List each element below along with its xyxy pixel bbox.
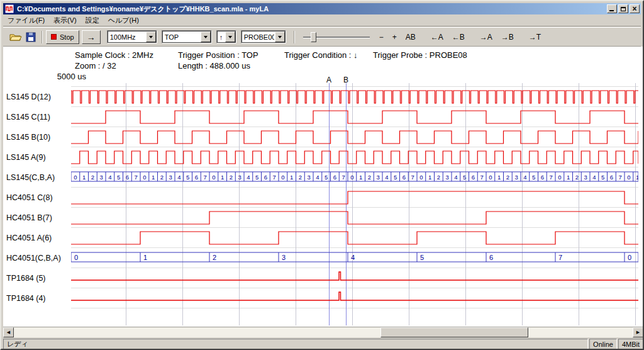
goto-trigger-button[interactable]: →T [526,31,544,43]
svg-text:1: 1 [143,254,147,261]
svg-text:4: 4 [523,174,526,181]
arrow-right-icon: ▶ [636,330,640,335]
channel-label[interactable]: LS145 A(9) [6,147,69,167]
trigger-probe-info: Trigger Probe : PROBE08 [373,50,467,60]
svg-text:2: 2 [160,174,164,181]
status-bar: レディ Online 4MBit [3,338,643,349]
svg-text:7: 7 [272,174,275,181]
svg-text:5: 5 [420,254,424,261]
svg-text:4: 4 [108,174,111,181]
menu-help[interactable]: ヘルプ(H) [104,14,143,26]
svg-text:6: 6 [489,254,493,261]
svg-text:0: 0 [143,174,146,181]
channel-label[interactable]: LS145(C,B,A) [6,167,69,188]
scroll-left-button[interactable]: ◀ [3,327,14,337]
svg-text:0: 0 [628,254,631,261]
run-button[interactable]: → [82,30,101,44]
scrollbar-thumb[interactable] [380,327,528,337]
trigger-edge-value: ↑ [217,33,225,41]
svg-text:3: 3 [282,254,286,261]
minimize-icon [609,10,614,11]
goto-marker-b-button[interactable]: ←B [449,31,468,43]
svg-text:0: 0 [281,174,284,181]
trigger-probe-combo[interactable]: PROBE00 [241,30,286,43]
svg-text:1: 1 [221,174,224,181]
svg-text:4: 4 [316,174,319,181]
trigger-position-combo[interactable]: TOP [162,30,212,43]
trigger-probe-value: PROBE00 [242,33,274,41]
zoom-slider[interactable] [303,31,370,43]
open-folder-icon [9,32,22,42]
menu-settings[interactable]: 設定 [81,14,104,26]
set-marker-b-button[interactable]: →B [498,31,517,43]
svg-text:1: 1 [636,174,638,181]
maximize-button[interactable] [618,4,628,13]
horizontal-scrollbar[interactable]: ◀ ▶ [3,327,643,337]
open-button[interactable] [8,30,23,44]
svg-text:0: 0 [489,174,492,181]
zoom-in-button[interactable]: + [389,31,400,43]
svg-text:7: 7 [341,174,345,181]
zoom-out-button[interactable]: − [376,31,387,43]
svg-text:7: 7 [203,174,206,181]
svg-text:7: 7 [480,174,483,181]
minimize-button[interactable] [607,4,617,13]
svg-text:1: 1 [497,174,501,181]
svg-text:6: 6 [472,174,475,181]
waveform-plot[interactable]: 0123456701234567012345670123456701234567… [71,83,638,325]
menu-view[interactable]: 表示(V) [49,14,81,26]
svg-text:2: 2 [91,174,94,181]
svg-text:0: 0 [74,174,77,181]
goto-marker-a-button[interactable]: ←A [428,31,447,43]
length-info: Length : 488.000 us [178,61,250,71]
arrow-left-icon: ◀ [7,330,10,335]
stop-icon [51,34,57,40]
channel-label[interactable]: HC4051 B(7) [6,208,69,228]
svg-text:0: 0 [627,174,630,181]
channel-label[interactable]: HC4051 A(6) [6,228,69,248]
channel-label[interactable]: LS145 C(11) [6,107,69,127]
trigger-edge-combo[interactable]: ↑ [216,30,236,43]
svg-text:2: 2 [299,174,302,181]
svg-text:2: 2 [368,174,371,181]
memory-status: 4MBit [618,339,643,349]
svg-text:5: 5 [117,174,120,181]
svg-text:6: 6 [402,174,406,181]
stop-button[interactable]: Stop [46,30,79,44]
svg-text:4: 4 [592,174,596,181]
menu-file[interactable]: ファイル(F) [3,14,49,26]
save-button[interactable] [23,30,38,44]
svg-text:1: 1 [290,174,293,181]
svg-text:3: 3 [307,174,310,181]
channel-label[interactable]: LS145 B(10) [6,127,69,147]
channel-label[interactable]: TP1684 (4) [6,288,69,308]
toolbar-separator [42,31,43,43]
title-bar[interactable]: C:¥Documents and Settings¥noname¥デスクトップ¥… [3,3,641,14]
chevron-down-icon[interactable] [275,31,285,42]
waveform-view: Sample Clock : 2MHz Trigger Position : T… [3,47,643,327]
save-floppy-icon [26,32,36,42]
scroll-right-button[interactable]: ▶ [633,327,643,337]
svg-text:5: 5 [394,174,397,181]
channel-label[interactable]: HC4051 C(8) [6,188,69,208]
svg-text:1: 1 [359,174,362,181]
close-button[interactable]: × [630,4,640,13]
svg-text:5: 5 [255,174,258,181]
chevron-down-icon[interactable] [225,31,235,42]
sample-clock-combo[interactable]: 100MHz [107,30,157,43]
zoom-slider-thumb[interactable] [311,32,316,42]
channel-label[interactable]: TP1684 (5) [6,268,69,288]
svg-text:0: 0 [558,174,561,181]
close-icon: × [632,6,636,12]
channel-label[interactable]: HC4051(C,B,A) [6,248,69,268]
chevron-down-icon[interactable] [201,31,211,42]
app-icon[interactable] [4,4,14,14]
set-marker-a-button[interactable]: →A [477,31,496,43]
svg-text:2: 2 [506,174,509,181]
ab-button[interactable]: AB [402,31,419,43]
svg-text:7: 7 [618,174,621,181]
chevron-down-icon[interactable] [146,31,156,42]
svg-text:0: 0 [212,174,215,181]
svg-text:2: 2 [437,174,440,181]
channel-label[interactable]: LS145 D(12) [6,87,69,107]
